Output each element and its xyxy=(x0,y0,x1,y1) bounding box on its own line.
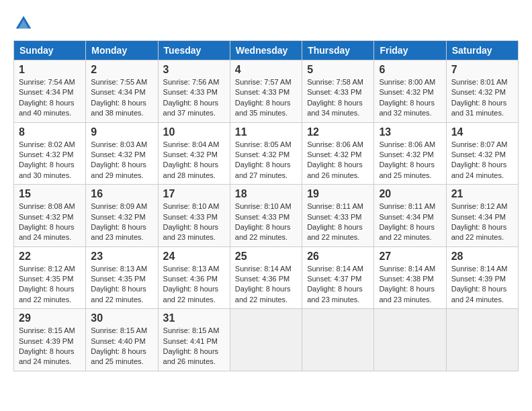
calendar-cell xyxy=(230,309,302,371)
day-number: 11 xyxy=(235,126,297,138)
day-info: Sunrise: 8:00 AM Sunset: 4:32 PM Dayligh… xyxy=(379,77,441,119)
day-info: Sunrise: 8:14 AM Sunset: 4:38 PM Dayligh… xyxy=(379,264,441,306)
day-number: 10 xyxy=(163,126,225,138)
day-info: Sunrise: 8:11 AM Sunset: 4:33 PM Dayligh… xyxy=(307,201,369,243)
calendar-cell: 14 Sunrise: 8:07 AM Sunset: 4:32 PM Dayl… xyxy=(446,122,518,185)
calendar-cell: 9 Sunrise: 8:03 AM Sunset: 4:32 PM Dayli… xyxy=(86,122,158,185)
day-number: 29 xyxy=(19,312,81,324)
day-number: 4 xyxy=(235,64,297,76)
calendar-cell: 6 Sunrise: 8:00 AM Sunset: 4:32 PM Dayli… xyxy=(374,60,446,123)
day-info: Sunrise: 8:10 AM Sunset: 4:33 PM Dayligh… xyxy=(163,201,225,243)
calendar-cell: 28 Sunrise: 8:14 AM Sunset: 4:39 PM Dayl… xyxy=(446,246,518,309)
day-number: 23 xyxy=(91,250,152,263)
calendar-cell: 8 Sunrise: 8:02 AM Sunset: 4:32 PM Dayli… xyxy=(14,122,86,185)
day-number: 1 xyxy=(19,64,81,76)
day-info: Sunrise: 8:10 AM Sunset: 4:33 PM Dayligh… xyxy=(235,201,297,243)
calendar-week-row: 22 Sunrise: 8:12 AM Sunset: 4:35 PM Dayl… xyxy=(14,246,519,309)
day-info: Sunrise: 7:56 AM Sunset: 4:33 PM Dayligh… xyxy=(163,77,225,119)
day-info: Sunrise: 8:06 AM Sunset: 4:32 PM Dayligh… xyxy=(379,140,441,181)
day-header-wednesday: Wednesday xyxy=(230,41,302,60)
calendar-cell: 18 Sunrise: 8:10 AM Sunset: 4:33 PM Dayl… xyxy=(230,185,302,247)
day-info: Sunrise: 7:57 AM Sunset: 4:33 PM Dayligh… xyxy=(235,77,297,119)
day-info: Sunrise: 8:01 AM Sunset: 4:32 PM Dayligh… xyxy=(451,77,513,119)
calendar-cell: 15 Sunrise: 8:08 AM Sunset: 4:32 PM Dayl… xyxy=(14,185,86,247)
calendar-cell: 21 Sunrise: 8:12 AM Sunset: 4:34 PM Dayl… xyxy=(446,185,518,247)
day-number: 17 xyxy=(163,188,225,200)
calendar-cell: 16 Sunrise: 8:09 AM Sunset: 4:32 PM Dayl… xyxy=(86,185,158,247)
day-info: Sunrise: 8:13 AM Sunset: 4:35 PM Dayligh… xyxy=(91,264,152,306)
day-info: Sunrise: 8:14 AM Sunset: 4:39 PM Dayligh… xyxy=(451,264,513,306)
calendar-cell: 5 Sunrise: 7:58 AM Sunset: 4:33 PM Dayli… xyxy=(302,60,374,123)
day-number: 24 xyxy=(163,250,225,263)
day-info: Sunrise: 8:13 AM Sunset: 4:36 PM Dayligh… xyxy=(163,264,225,306)
calendar-cell: 10 Sunrise: 8:04 AM Sunset: 4:32 PM Dayl… xyxy=(158,122,230,185)
day-info: Sunrise: 8:08 AM Sunset: 4:32 PM Dayligh… xyxy=(19,201,81,243)
calendar-week-row: 15 Sunrise: 8:08 AM Sunset: 4:32 PM Dayl… xyxy=(14,185,519,247)
day-info: Sunrise: 8:14 AM Sunset: 4:36 PM Dayligh… xyxy=(235,264,297,306)
day-info: Sunrise: 8:05 AM Sunset: 4:32 PM Dayligh… xyxy=(235,140,297,181)
day-info: Sunrise: 8:02 AM Sunset: 4:32 PM Dayligh… xyxy=(19,140,81,181)
calendar-cell: 25 Sunrise: 8:14 AM Sunset: 4:36 PM Dayl… xyxy=(230,246,302,309)
calendar-header-row: SundayMondayTuesdayWednesdayThursdayFrid… xyxy=(14,41,519,60)
day-number: 6 xyxy=(379,64,441,76)
calendar-table: SundayMondayTuesdayWednesdayThursdayFrid… xyxy=(13,40,519,371)
calendar-cell: 12 Sunrise: 8:06 AM Sunset: 4:32 PM Dayl… xyxy=(302,122,374,185)
day-number: 19 xyxy=(307,188,369,200)
day-number: 13 xyxy=(379,126,441,138)
calendar-cell: 23 Sunrise: 8:13 AM Sunset: 4:35 PM Dayl… xyxy=(86,246,158,309)
calendar-cell: 20 Sunrise: 8:11 AM Sunset: 4:34 PM Dayl… xyxy=(374,185,446,247)
day-number: 2 xyxy=(91,64,152,76)
calendar-cell: 11 Sunrise: 8:05 AM Sunset: 4:32 PM Dayl… xyxy=(230,122,302,185)
day-info: Sunrise: 8:12 AM Sunset: 4:34 PM Dayligh… xyxy=(451,201,513,243)
day-info: Sunrise: 8:03 AM Sunset: 4:32 PM Dayligh… xyxy=(91,140,152,181)
logo xyxy=(13,13,36,34)
calendar-cell xyxy=(374,309,446,371)
calendar-cell: 26 Sunrise: 8:14 AM Sunset: 4:37 PM Dayl… xyxy=(302,246,374,309)
day-info: Sunrise: 8:06 AM Sunset: 4:32 PM Dayligh… xyxy=(307,140,369,181)
day-info: Sunrise: 7:58 AM Sunset: 4:33 PM Dayligh… xyxy=(307,77,369,119)
day-number: 25 xyxy=(235,250,297,263)
calendar-cell: 29 Sunrise: 8:15 AM Sunset: 4:39 PM Dayl… xyxy=(14,309,86,371)
day-number: 9 xyxy=(91,126,152,138)
day-header-thursday: Thursday xyxy=(302,41,374,60)
day-info: Sunrise: 8:12 AM Sunset: 4:35 PM Dayligh… xyxy=(19,264,81,306)
calendar-week-row: 1 Sunrise: 7:54 AM Sunset: 4:34 PM Dayli… xyxy=(14,60,519,123)
day-number: 15 xyxy=(19,188,81,200)
calendar-cell: 27 Sunrise: 8:14 AM Sunset: 4:38 PM Dayl… xyxy=(374,246,446,309)
calendar-cell: 30 Sunrise: 8:15 AM Sunset: 4:40 PM Dayl… xyxy=(86,309,158,371)
day-number: 22 xyxy=(19,250,81,263)
day-info: Sunrise: 8:15 AM Sunset: 4:39 PM Dayligh… xyxy=(19,326,81,367)
calendar-cell: 19 Sunrise: 8:11 AM Sunset: 4:33 PM Dayl… xyxy=(302,185,374,247)
day-number: 26 xyxy=(307,250,369,263)
day-header-saturday: Saturday xyxy=(446,41,518,60)
calendar-week-row: 29 Sunrise: 8:15 AM Sunset: 4:39 PM Dayl… xyxy=(14,309,519,371)
day-number: 18 xyxy=(235,188,297,200)
calendar-cell: 4 Sunrise: 7:57 AM Sunset: 4:33 PM Dayli… xyxy=(230,60,302,123)
day-header-monday: Monday xyxy=(86,41,158,60)
day-number: 14 xyxy=(451,126,513,138)
day-number: 21 xyxy=(451,188,513,200)
day-header-tuesday: Tuesday xyxy=(158,41,230,60)
calendar-cell: 17 Sunrise: 8:10 AM Sunset: 4:33 PM Dayl… xyxy=(158,185,230,247)
day-number: 20 xyxy=(379,188,441,200)
day-number: 16 xyxy=(91,188,152,200)
calendar-cell: 24 Sunrise: 8:13 AM Sunset: 4:36 PM Dayl… xyxy=(158,246,230,309)
day-info: Sunrise: 8:15 AM Sunset: 4:40 PM Dayligh… xyxy=(91,326,152,367)
logo-icon xyxy=(13,13,34,34)
calendar-cell: 31 Sunrise: 8:15 AM Sunset: 4:41 PM Dayl… xyxy=(158,309,230,371)
day-number: 3 xyxy=(163,64,225,76)
day-number: 5 xyxy=(307,64,369,76)
day-info: Sunrise: 8:11 AM Sunset: 4:34 PM Dayligh… xyxy=(379,201,441,243)
calendar-cell xyxy=(446,309,518,371)
calendar-cell xyxy=(302,309,374,371)
day-number: 28 xyxy=(451,250,513,263)
day-header-sunday: Sunday xyxy=(14,41,86,60)
day-header-friday: Friday xyxy=(374,41,446,60)
day-number: 31 xyxy=(163,312,225,324)
day-number: 30 xyxy=(91,312,152,324)
day-info: Sunrise: 7:55 AM Sunset: 4:34 PM Dayligh… xyxy=(91,77,152,119)
calendar-cell: 13 Sunrise: 8:06 AM Sunset: 4:32 PM Dayl… xyxy=(374,122,446,185)
calendar-week-row: 8 Sunrise: 8:02 AM Sunset: 4:32 PM Dayli… xyxy=(14,122,519,185)
day-info: Sunrise: 8:07 AM Sunset: 4:32 PM Dayligh… xyxy=(451,140,513,181)
calendar-cell: 22 Sunrise: 8:12 AM Sunset: 4:35 PM Dayl… xyxy=(14,246,86,309)
